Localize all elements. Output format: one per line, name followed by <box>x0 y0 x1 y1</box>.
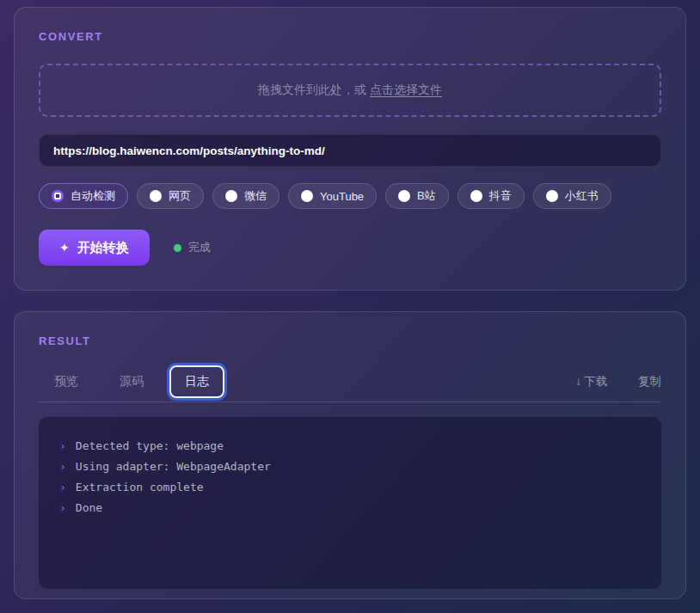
radio-icon <box>301 190 313 202</box>
copy-button[interactable]: 复制 <box>638 374 661 389</box>
radio-icon <box>150 190 162 202</box>
log-line: › Done <box>59 498 641 518</box>
mode-pill-label: B站 <box>417 188 436 204</box>
result-panel-title: RESULT <box>39 334 661 347</box>
pick-file-link[interactable]: 点击选择文件 <box>370 83 442 98</box>
file-dropzone[interactable]: 拖拽文件到此处，或 点击选择文件 <box>39 64 661 117</box>
mode-pill-row: 自动检测 网页 微信 YouTube B站 抖音 <box>39 183 661 209</box>
url-input[interactable] <box>39 134 661 167</box>
mode-pill-douyin[interactable]: 抖音 <box>457 183 525 209</box>
status-dot-icon <box>174 244 181 252</box>
mode-pill-label: 网页 <box>169 188 191 204</box>
log-line-text: Using adapter: WebpageAdapter <box>76 457 271 477</box>
log-line: › Using adapter: WebpageAdapter <box>59 457 641 477</box>
mode-pill-label: 自动检测 <box>71 188 115 204</box>
radio-icon <box>225 190 237 202</box>
sparkle-icon: ✦ <box>59 241 70 254</box>
mode-pill-youtube[interactable]: YouTube <box>288 183 377 209</box>
page-background: CONVERT 拖拽文件到此处，或 点击选择文件 自动检测 网页 微信 YouT… <box>0 0 700 613</box>
log-chevron-icon: › <box>59 477 66 498</box>
mode-pill-auto-detect[interactable]: 自动检测 <box>39 183 128 209</box>
tab-preview[interactable]: 预览 <box>39 365 94 398</box>
status-indicator: 完成 <box>174 240 211 255</box>
start-convert-label: 开始转换 <box>77 240 129 256</box>
radio-icon <box>398 190 410 202</box>
download-arrow-icon: ↓ <box>575 375 581 388</box>
mode-pill-label: YouTube <box>320 190 364 203</box>
mode-pill-bilibili[interactable]: B站 <box>385 183 449 209</box>
radio-icon <box>546 190 558 202</box>
radio-checked-icon <box>52 190 64 202</box>
log-output-area: › Detected type: webpage › Using adapter… <box>39 417 661 589</box>
log-line-text: Extraction complete <box>76 477 204 498</box>
tab-source[interactable]: 源码 <box>104 365 159 398</box>
tab-log[interactable]: 日志 <box>169 365 224 398</box>
log-line: › Extraction complete <box>59 477 641 498</box>
status-text: 完成 <box>188 240 211 255</box>
mode-pill-webpage[interactable]: 网页 <box>137 183 204 209</box>
convert-panel-title: CONVERT <box>39 30 661 43</box>
log-chevron-icon: › <box>59 498 66 518</box>
mode-pill-xiaohongshu[interactable]: 小红书 <box>533 183 611 209</box>
mode-pill-label: 微信 <box>244 188 267 204</box>
download-button[interactable]: ↓ 下载 <box>575 374 607 389</box>
download-label: 下载 <box>584 374 607 389</box>
radio-icon <box>470 190 482 202</box>
mode-pill-wechat[interactable]: 微信 <box>212 183 279 209</box>
start-convert-button[interactable]: ✦ 开始转换 <box>39 230 150 266</box>
mode-pill-label: 小红书 <box>565 188 599 204</box>
convert-panel: CONVERT 拖拽文件到此处，或 点击选择文件 自动检测 网页 微信 YouT… <box>14 7 686 291</box>
log-line-text: Done <box>76 498 102 518</box>
log-line-text: Detected type: webpage <box>76 436 224 457</box>
result-panel: RESULT 预览 源码 日志 ↓ 下载 复制 › Detected type:… <box>14 311 686 599</box>
log-chevron-icon: › <box>59 436 66 457</box>
mode-pill-label: 抖音 <box>489 188 512 204</box>
log-chevron-icon: › <box>59 457 66 477</box>
convert-action-row: ✦ 开始转换 完成 <box>39 230 661 266</box>
result-tabs-row: 预览 源码 日志 ↓ 下载 复制 <box>39 368 661 402</box>
log-line: › Detected type: webpage <box>59 436 641 457</box>
dropzone-hint-text: 拖拽文件到此处，或 <box>258 83 366 98</box>
